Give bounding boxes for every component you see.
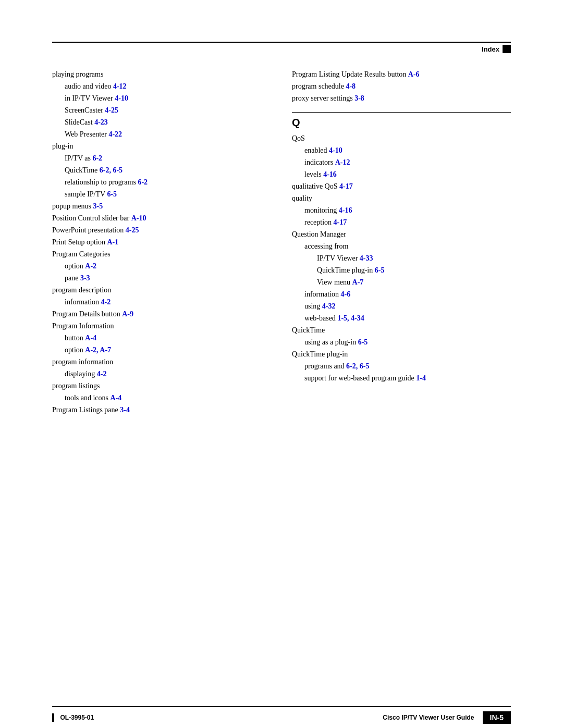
list-item: program description <box>52 285 271 295</box>
list-item: QuickTime <box>292 325 511 336</box>
list-item: QuickTime 6-2, 6-5 <box>52 165 271 176</box>
list-item: levels 4-16 <box>292 169 511 180</box>
link[interactable]: 3-5 <box>93 202 103 210</box>
list-item: PowerPoint presentation 4-25 <box>52 225 271 236</box>
link[interactable]: 6-5 <box>358 338 368 346</box>
list-item: Program Listings pane 3-4 <box>52 404 271 415</box>
list-item: in IP/TV Viewer 4-10 <box>52 93 271 104</box>
section-divider-q <box>292 112 511 113</box>
link[interactable]: 1-4 <box>416 374 426 382</box>
footer-page: IN-5 <box>483 711 511 724</box>
link[interactable]: A-4 <box>111 394 122 402</box>
list-item: program listings <box>52 380 271 391</box>
link[interactable]: 4-10 <box>115 94 128 102</box>
content-area: playing programs audio and video 4-12 in… <box>0 64 563 416</box>
list-item: indicators A-12 <box>292 157 511 168</box>
list-item: Program Categories <box>52 249 271 260</box>
link[interactable]: 4-22 <box>108 130 122 138</box>
list-item: popup menus 3-5 <box>52 201 271 212</box>
list-item: QuickTime plug-in 6-5 <box>292 265 511 276</box>
link[interactable]: 4-16 <box>339 206 352 214</box>
list-item: option A-2, A-7 <box>52 344 271 355</box>
link[interactable]: A-2, A-7 <box>85 346 111 354</box>
right-column: Program Listing Update Results button A-… <box>292 69 511 416</box>
page: Index playing programs audio and video 4… <box>0 0 563 728</box>
list-item: programs and 6-2, 6-5 <box>292 361 511 372</box>
link[interactable]: A-2 <box>85 262 96 270</box>
footer-doc-number: OL-3995-01 <box>60 714 94 721</box>
link[interactable]: A-7 <box>352 278 364 286</box>
link[interactable]: 4-25 <box>126 226 139 234</box>
link[interactable]: A-4 <box>85 334 96 342</box>
link[interactable]: 4-2 <box>101 298 111 306</box>
list-item: plug-in <box>52 141 271 152</box>
list-item: View menu A-7 <box>292 277 511 288</box>
link[interactable]: 6-5 <box>375 266 385 274</box>
list-item: option A-2 <box>52 261 271 272</box>
list-item: accessing from <box>292 241 511 252</box>
list-item: relationship to programs 6-2 <box>52 177 271 188</box>
link[interactable]: 3-3 <box>80 274 90 282</box>
list-item: QuickTime plug-in <box>292 349 511 360</box>
footer-left-rule <box>52 713 54 722</box>
link[interactable]: 4-10 <box>329 146 342 154</box>
link[interactable]: A-1 <box>107 238 118 246</box>
link[interactable]: A-12 <box>335 158 350 166</box>
list-item: using as a plug-in 6-5 <box>292 337 511 348</box>
list-item: IP/TV as 6-2 <box>52 153 271 164</box>
link[interactable]: 4-6 <box>341 290 351 298</box>
footer-content: OL-3995-01 Cisco IP/TV Viewer User Guide… <box>52 707 511 728</box>
list-item: Position Control slider bar A-10 <box>52 213 271 224</box>
link[interactable]: 3-4 <box>120 406 130 414</box>
list-item: sample IP/TV 6-5 <box>52 189 271 200</box>
link[interactable]: 6-2 <box>138 178 148 186</box>
link[interactable]: 6-2, 6-5 <box>346 362 369 370</box>
link[interactable]: 4-17 <box>339 182 353 190</box>
link[interactable]: 4-12 <box>113 82 127 90</box>
list-item: quality <box>292 193 511 204</box>
top-section: Index <box>0 0 563 64</box>
list-item: qualitative QoS 4-17 <box>292 181 511 192</box>
header-row: Index <box>52 43 511 64</box>
section-letter-q: Q <box>292 117 511 129</box>
list-item: Question Manager <box>292 229 511 240</box>
list-item: proxy server settings 3-8 <box>292 93 511 104</box>
list-item: QoS <box>292 133 511 144</box>
link[interactable]: A-9 <box>122 310 133 318</box>
list-item: pane 3-3 <box>52 273 271 283</box>
information-entry: information 4-2 <box>52 297 271 307</box>
footer: OL-3995-01 Cisco IP/TV Viewer User Guide… <box>0 706 563 728</box>
information-entry-q: information 4-6 <box>292 289 511 300</box>
list-item: program information <box>52 356 271 367</box>
list-item: tools and icons A-4 <box>52 392 271 403</box>
list-item: enabled 4-10 <box>292 145 511 156</box>
link[interactable]: 3-8 <box>354 94 364 102</box>
link[interactable]: 4-8 <box>346 82 356 90</box>
link[interactable]: 1-5, 4-34 <box>337 314 364 322</box>
link[interactable]: A-10 <box>131 214 146 222</box>
link[interactable]: 4-17 <box>334 218 347 226</box>
link[interactable]: 6-2, 6-5 <box>100 166 123 174</box>
link[interactable]: 4-16 <box>323 170 337 178</box>
list-item: support for web-based program guide 1-4 <box>292 373 511 384</box>
list-item: program schedule 4-8 <box>292 81 511 92</box>
link[interactable]: 4-23 <box>94 118 108 126</box>
link[interactable]: A-6 <box>408 70 420 78</box>
footer-left: OL-3995-01 <box>52 713 94 722</box>
link[interactable]: 4-32 <box>322 302 336 310</box>
list-item: using 4-32 <box>292 301 511 312</box>
link[interactable]: 6-2 <box>92 154 102 162</box>
link[interactable]: 6-5 <box>107 190 117 198</box>
link[interactable]: 4-2 <box>97 370 107 378</box>
list-item: reception 4-17 <box>292 217 511 228</box>
list-item: displaying 4-2 <box>52 368 271 379</box>
list-item: web-based 1-5, 4-34 <box>292 313 511 324</box>
list-item: Program Details button A-9 <box>52 309 271 319</box>
list-item: SlideCast 4-23 <box>52 117 271 128</box>
link[interactable]: 4-25 <box>105 106 118 114</box>
link[interactable]: 4-33 <box>360 254 373 262</box>
header-block <box>503 45 511 53</box>
list-item: Web Presenter 4-22 <box>52 129 271 140</box>
list-item: monitoring 4-16 <box>292 205 511 216</box>
header-index-label: Index <box>482 45 499 53</box>
